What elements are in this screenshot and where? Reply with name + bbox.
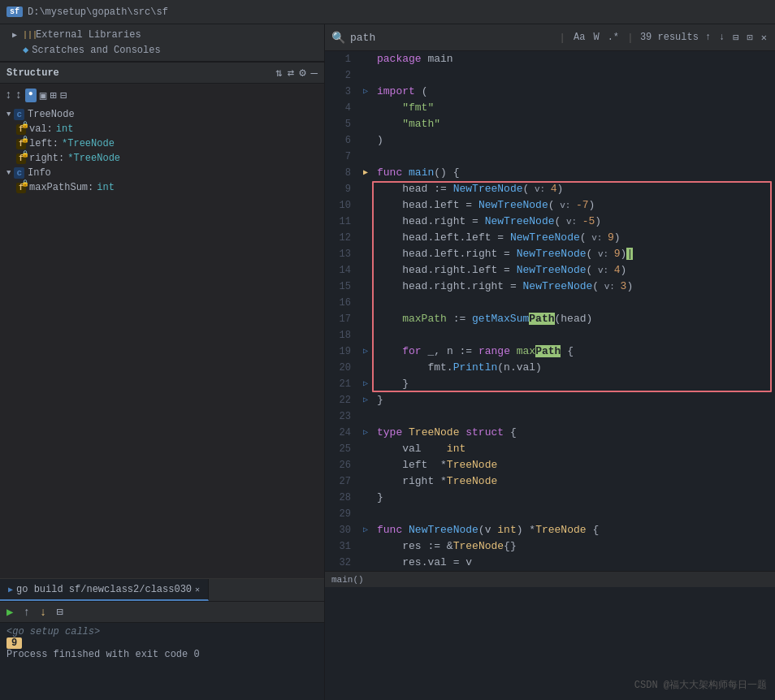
struct-collapse-btn[interactable]: ⊟ [60,89,67,102]
run-output-number: 9 [6,637,22,649]
struct-item-info[interactable]: ▼ c Info [0,166,324,180]
sidebar-item-external-libraries[interactable]: ▶ ||| External Libraries [6,28,318,42]
run-toolbar: ▶ ↑ ↓ ⊟ [0,602,324,623]
struct-item-val[interactable]: f 🔒 val: int [0,122,324,136]
right-field-icon-wrap: f 🔒 [16,153,26,164]
code-line-6: 6 ) [325,132,775,149]
run-play-button[interactable]: ▶ [3,603,16,620]
struct-sort-btn[interactable]: ↕ [5,89,11,102]
code-line-25: 25 val int [325,441,775,457]
code-line-8: 8 ▶ func main() { [325,165,775,181]
code-line-9: 9 head := NewTreeNode( v: 4) [325,181,775,197]
run-exit-line: Process finished with exit code 0 [6,649,318,660]
run-stop-button[interactable]: ⊟ [53,603,66,620]
structure-body: ↕ ↕ ● ▣ ⊞ ⊟ ▼ c TreeNode f 🔒 [0,84,324,578]
fold-icon-19[interactable]: ▷ [363,344,368,360]
structure-view-toolbar: ↕ ↕ ● ▣ ⊞ ⊟ [0,87,324,104]
code-line-32: 32 res.val = v [325,555,775,571]
editor-area: 🔍 | Aa W .* | 39 results ↑ ↓ ⊟ ⊡ ✕ 1 pac… [325,24,775,700]
struct-item-treenode[interactable]: ▼ c TreeNode [0,107,324,122]
match-word-button[interactable]: W [591,30,600,45]
code-line-2: 2 [325,67,775,84]
regex-button[interactable]: .* [606,30,621,45]
left-type: *TreeNode [62,138,115,149]
maxpathsum-type: int [97,182,115,193]
external-libraries-label: External Libraries [36,29,141,41]
library-icon: ||| [23,31,32,40]
code-line-13: 13 head.left.right = NewTreeNode( v: 9)| [325,246,775,262]
code-line-22: 22 ▷ } [325,392,775,408]
struct-item-maxpathsum[interactable]: f 🔒 maxPathSum: int [0,180,324,195]
scratches-icon: ◆ [23,44,28,56]
struct-item-left[interactable]: f 🔒 left: *TreeNode [0,136,324,151]
sort-type-button[interactable]: ⇄ [288,66,294,80]
struct-filter-btn[interactable]: ▣ [40,89,46,102]
next-result-button[interactable]: ↓ [717,30,726,45]
sidebar-project: ▶ ||| External Libraries ◆ Scratches and… [0,24,324,62]
title-bar: sf D:\mysetup\gopath\src\sf [0,0,775,24]
right-type: *TreeNode [67,153,120,164]
sort-alpha-button[interactable]: ⇅ [275,66,282,80]
code-line-29: 29 [325,506,775,522]
search-separator-2: | [627,32,634,44]
toggle-replace-button[interactable]: ⊟ [731,30,740,45]
maxpathsum-lock-icon: 🔒 [21,179,29,187]
run-tab-active[interactable]: ▶ go build sf/newclass2/class030 ✕ [0,579,209,601]
val-label: val: [29,123,53,135]
run-tab-close-icon[interactable]: ✕ [195,585,200,594]
code-line-28: 28 } [325,490,775,506]
info-class-icon: c [14,167,24,179]
structure-toolbar: ⇅ ⇄ ⚙ — [275,66,318,80]
more-options-button[interactable]: ⊡ [746,30,755,45]
struct-expand-btn[interactable]: ⊞ [50,89,56,102]
run-output-line: 9 [6,637,318,649]
code-line-23: 23 [325,408,775,425]
fold-icon-3[interactable]: ▷ [363,84,368,100]
fold-icon-30[interactable]: ▷ [363,522,368,538]
code-line-11: 11 head.right = NewTreeNode( v: -5) [325,214,775,230]
structure-header: Structure ⇅ ⇄ ⚙ — [0,63,324,84]
struct-item-right[interactable]: f 🔒 right: *TreeNode [0,151,324,166]
match-case-button[interactable]: Aa [572,30,587,45]
run-content: <go setup calls> 9 Process finished with… [0,623,324,700]
code-line-26: 26 left *TreeNode [325,457,775,473]
sf-icon: sf [6,6,23,17]
val-lock-icon: 🔒 [21,121,29,128]
code-line-17: 17 maxPath := getMaxSumPath(head) [325,311,775,327]
code-line-20: 20 fmt.Println(n.val) [325,360,775,376]
treenode-class-icon: c [14,109,24,120]
code-line-3: 3 ▷ import ( [325,84,775,100]
struct-active-btn[interactable]: ● [25,89,37,102]
run-up-button[interactable]: ↑ [19,604,32,620]
code-line-5: 5 "math" [325,116,775,132]
code-editor[interactable]: 1 package main 2 3 ▷ import ( 4 "fmt" [325,51,775,700]
fold-icon-21[interactable]: ▷ [363,376,368,392]
run-prompt-text: <go setup calls> [6,626,100,637]
project-path-text: D:\mysetup\gopath\src\sf [28,6,168,18]
code-line-1: 1 package main [325,51,775,67]
code-line-27: 27 right *TreeNode [325,473,775,490]
fold-icon-22[interactable]: ▷ [363,392,368,408]
minimize-button[interactable]: — [311,67,318,80]
run-down-button[interactable]: ↓ [37,604,50,620]
maxpathsum-label: maxPathSum: [29,182,93,193]
settings-button[interactable]: ⚙ [299,66,305,80]
watermark: CSDN @福大大架构师每日一题 [634,678,767,692]
close-search-button[interactable]: ✕ [760,30,769,45]
status-main-func: main() [331,575,364,585]
fold-icon-24[interactable]: ▷ [363,425,368,441]
search-input[interactable] [350,32,552,44]
code-line-15: 15 head.right.right = NewTreeNode( v: 3) [325,279,775,295]
prev-result-button[interactable]: ↑ [704,30,712,45]
code-line-21: 21 ▷ } [325,376,775,392]
code-line-18: 18 [325,327,775,344]
search-bar: 🔍 | Aa W .* | 39 results ↑ ↓ ⊟ ⊡ ✕ [325,24,775,51]
sidebar-item-scratches[interactable]: ◆ Scratches and Consoles [6,42,318,58]
left-lock-icon: 🔒 [21,136,29,143]
struct-sort2-btn[interactable]: ↕ [15,89,21,102]
run-arrow-icon[interactable]: ▶ [363,165,368,181]
chevron-right-icon: ▶ [10,30,19,40]
main-layout: ▶ ||| External Libraries ◆ Scratches and… [0,24,775,700]
code-line-12: 12 head.left.left = NewTreeNode( v: 9) [325,230,775,246]
scratches-label: Scratches and Consoles [32,45,160,56]
